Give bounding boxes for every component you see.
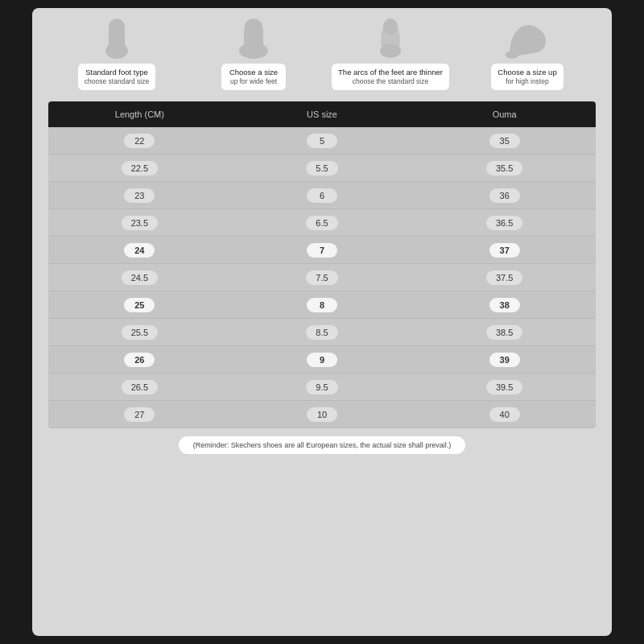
cell-length: 22 xyxy=(48,133,231,148)
table-row: 23 6 36 xyxy=(48,182,596,209)
svg-point-8 xyxy=(506,51,518,59)
cell-length: 24.5 xyxy=(48,270,231,285)
svg-point-5 xyxy=(239,43,268,59)
cell-us: 10 xyxy=(231,407,414,422)
header-ouma: Ouma xyxy=(413,109,596,119)
foot-label-standard: Standard foot type choose standard size xyxy=(78,64,155,90)
header-length: Length (CM) xyxy=(48,109,231,119)
table-row: 25.5 8.5 38.5 xyxy=(48,319,596,346)
table-row: 24.5 7.5 37.5 xyxy=(48,264,596,291)
foot-label-arched: The arcs of the feet are thinner choose … xyxy=(332,64,449,90)
cell-ouma: 39.5 xyxy=(413,379,596,394)
cell-ouma: 40 xyxy=(413,407,596,422)
table-row: 23.5 6.5 36.5 xyxy=(48,209,596,237)
table-row: 25 8 38 xyxy=(48,291,596,319)
foot-item-arched: The arcs of the feet are thinner choose … xyxy=(324,16,456,90)
table-row: 22.5 5.5 35.5 xyxy=(48,155,596,182)
cell-us: 8.5 xyxy=(231,324,414,340)
page: Standard foot type choose standard size … xyxy=(32,8,612,636)
cell-ouma: 38 xyxy=(413,297,596,312)
cell-us: 6 xyxy=(231,188,414,203)
cell-length: 24 xyxy=(48,242,231,258)
table-row: 22 5 35 xyxy=(48,127,596,155)
foot-illustrations: Standard foot type choose standard size … xyxy=(48,16,596,90)
table-header: Length (CM) US size Ouma xyxy=(48,101,596,127)
cell-us: 9 xyxy=(231,352,414,367)
cell-ouma: 37 xyxy=(413,242,596,258)
cell-us: 8 xyxy=(231,297,414,312)
reminder-text: (Reminder: Skechers shoes are all Europe… xyxy=(179,436,466,454)
cell-ouma: 35.5 xyxy=(413,160,596,175)
table-row: 26.5 9.5 39.5 xyxy=(48,374,596,401)
cell-length: 26 xyxy=(48,352,231,367)
cell-us: 7.5 xyxy=(231,270,414,285)
cell-ouma: 35 xyxy=(413,133,596,148)
table-row: 26 9 39 xyxy=(48,346,596,374)
foot-arched-icon xyxy=(370,19,411,60)
foot-wide-icon xyxy=(229,19,278,60)
cell-length: 23 xyxy=(48,188,231,203)
cell-length: 27 xyxy=(48,407,231,422)
foot-label-wide: Choose a size up for wide feet xyxy=(221,64,286,90)
table-row: 24 7 37 xyxy=(48,237,596,264)
cell-length: 22.5 xyxy=(48,160,231,175)
table-body: 22 5 35 22.5 5.5 35.5 23 6 36 23.5 xyxy=(48,127,596,428)
foot-item-highinstep: Choose a size up for high instep xyxy=(461,16,592,90)
cell-ouma: 36.5 xyxy=(413,215,596,230)
cell-length: 23.5 xyxy=(48,215,231,230)
cell-us: 5 xyxy=(231,133,414,148)
foot-item-wide: Choose a size up for wide feet xyxy=(188,16,319,90)
cell-ouma: 36 xyxy=(413,188,596,203)
cell-us: 5.5 xyxy=(231,160,414,175)
foot-item-standard: Standard foot type choose standard size xyxy=(51,16,182,90)
size-chart-table: Length (CM) US size Ouma 22 5 35 22.5 5.… xyxy=(48,101,596,428)
cell-us: 6.5 xyxy=(231,215,414,230)
header-us: US size xyxy=(231,109,414,119)
cell-us: 9.5 xyxy=(231,379,414,394)
cell-length: 25.5 xyxy=(48,324,231,340)
table-row: 27 10 40 xyxy=(48,401,596,428)
cell-ouma: 37.5 xyxy=(413,270,596,285)
svg-point-7 xyxy=(380,43,401,58)
foot-label-highinstep: Choose a size up for high instep xyxy=(491,64,563,90)
foot-highinstep-icon xyxy=(502,19,554,60)
cell-ouma: 38.5 xyxy=(413,324,596,340)
cell-length: 26.5 xyxy=(48,379,231,394)
cell-length: 25 xyxy=(48,297,231,312)
foot-standard-icon xyxy=(95,19,139,60)
svg-point-2 xyxy=(105,43,128,59)
cell-us: 7 xyxy=(231,242,414,258)
cell-ouma: 39 xyxy=(413,352,596,367)
